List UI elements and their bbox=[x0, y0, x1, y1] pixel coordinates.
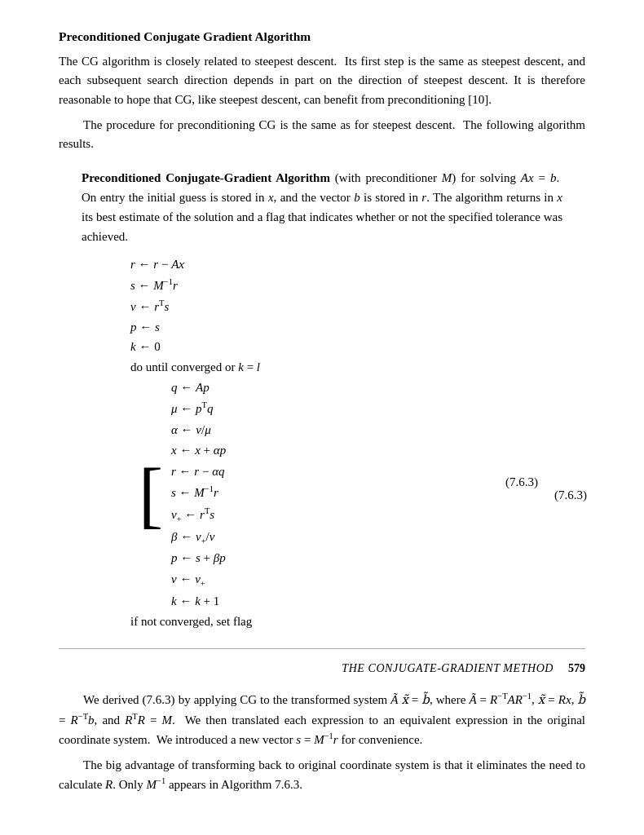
equation-number-display: (7.6.3) bbox=[505, 475, 538, 489]
algo-step-beta: β ← ν+/ν bbox=[171, 527, 226, 549]
algo-step-mu: μ ← pTq bbox=[171, 398, 226, 420]
algo-header-bold: Preconditioned Conjugate-Gradient Algori… bbox=[82, 171, 330, 184]
algo-step-nu: ν ← rTs bbox=[130, 296, 169, 317]
algo-step-nu2: ν ← ν+ bbox=[171, 569, 226, 591]
algo-step-x: x ← x + αp bbox=[171, 440, 226, 462]
page-footer: THE CONJUGATE-GRADIENT METHOD 579 bbox=[59, 662, 585, 675]
algo-step-s2: s ← M−1r bbox=[171, 482, 226, 504]
bottom-paragraph-1: We derived (7.6.3) by applying CG to the… bbox=[59, 690, 585, 749]
algo-step-nu-plus: ν+ ← rTs bbox=[171, 504, 226, 527]
algo-step-s: s ← M−1r bbox=[130, 275, 178, 296]
left-bracket: [ bbox=[139, 378, 163, 612]
page-number: 579 bbox=[568, 662, 585, 675]
algo-header: Preconditioned Conjugate-Gradient Algori… bbox=[82, 168, 562, 246]
algo-step-r: r ← r − Ax bbox=[130, 254, 184, 275]
chapter-name: THE CONJUGATE-GRADIENT METHOD bbox=[342, 662, 554, 675]
equation-number: (7.6.3) bbox=[554, 488, 587, 501]
algo-step-k1: k ← k + 1 bbox=[171, 591, 226, 612]
algorithm-box: Preconditioned Conjugate-Gradient Algori… bbox=[82, 168, 562, 629]
algo-step-p2: p ← s + βp bbox=[171, 548, 226, 569]
algo-step-p: p ← s bbox=[130, 317, 160, 338]
algo-step-k0: k ← 0 bbox=[130, 337, 161, 357]
algo-steps: r ← r − Ax s ← M−1r ν ← rTs p ← s k ← 0 … bbox=[130, 254, 562, 629]
intro-paragraph-1: The CG algorithm is closely related to s… bbox=[59, 52, 585, 109]
loop-steps: q ← Ap μ ← pTq α ← ν/μ x ← x + αp r ← r … bbox=[171, 378, 226, 612]
section-title: Preconditioned Conjugate Gradient Algori… bbox=[59, 29, 585, 44]
algo-step-do: do until converged or k = l bbox=[130, 357, 260, 378]
page-divider bbox=[59, 648, 585, 649]
algo-step-alpha: α ← ν/μ bbox=[171, 420, 226, 441]
intro-paragraph-2: The procedure for preconditioning CG is … bbox=[59, 116, 585, 154]
page: Preconditioned Conjugate Gradient Algori… bbox=[0, 0, 644, 835]
algo-step-q: q ← Ap bbox=[171, 378, 226, 399]
bottom-paragraph-2: The big advantage of transforming back t… bbox=[59, 756, 585, 795]
algo-step-r2: r ← r − αq bbox=[171, 462, 226, 483]
algo-footer: if not converged, set flag bbox=[130, 615, 252, 629]
